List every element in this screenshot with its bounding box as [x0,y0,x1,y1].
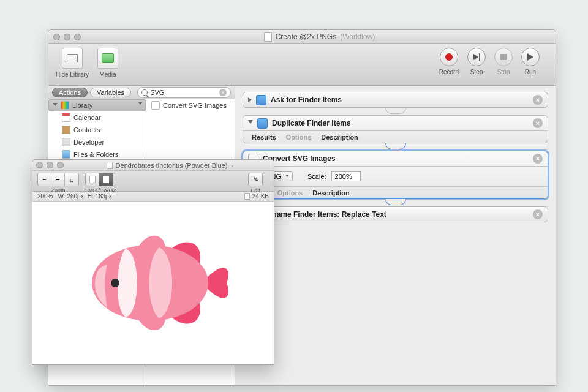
sidebar-item-files-folders[interactable]: Files & Folders [48,148,146,160]
sidebar-item-label: Developer [74,138,104,146]
status-zoom: 200% [37,193,53,200]
hide-library-label: Hide Library [56,71,89,78]
library-root[interactable]: Library [48,99,146,111]
tab-variables[interactable]: Variables [90,88,131,97]
hide-library-button[interactable]: Hide Library [56,48,89,78]
finder-icon [257,118,268,129]
automator-toolbar: Hide Library Media Record Step Stop Run [48,44,556,86]
tab-options[interactable]: Options [286,134,312,141]
status-filesize: 24 KB [252,193,269,200]
magnifier-icon: ⌕ [70,176,74,183]
pencil-icon: ✎ [253,176,258,184]
stop-button[interactable]: Stop [494,48,513,75]
zoom-fit-button[interactable]: ⌕ [65,173,78,186]
record-button[interactable]: Record [439,48,459,75]
zoom-window-button[interactable] [57,162,64,168]
minimize-window-button[interactable] [64,34,70,40]
preview-window: Dendrobates tinctorius (Powder Blue) ⌄ −… [32,159,274,365]
fish-illustration [74,222,233,344]
media-label: Media [97,71,118,78]
status-w-label: W: [58,193,66,200]
edit-button[interactable]: ✎ [249,173,262,186]
status-h-label: H: [88,193,94,200]
clear-search-button[interactable]: × [219,89,227,96]
step-title: Duplicate Finder Items [272,119,351,127]
minimize-window-button[interactable] [47,162,53,168]
sidebar-tabs: Actions Variables SVG × [48,86,235,99]
format-svgz-button[interactable] [99,173,113,186]
tab-options[interactable]: Options [277,189,303,197]
run-button[interactable]: Run [521,48,540,75]
finder-icon [62,150,70,159]
disclosure-open-icon [248,120,253,126]
disclosure-closed-icon [248,97,252,102]
step-connector [385,199,406,205]
step-tabs: Results Options Description [243,130,548,143]
automator-titlebar: Create @2x PNGs (Workflow) [48,30,556,44]
action-label: Convert SVG Images [163,102,227,109]
step-label: Step [467,69,486,75]
preview-toolbar: − + ⌕ Zoom SVG / SVGZ ✎ Edit [32,171,274,192]
chevron-down-icon: ⌄ [230,162,235,168]
workflow-step-convert-svg[interactable]: Convert SVG Images × e: PNG Scale: 200% … [243,151,548,199]
workflow-step-rename-finder[interactable]: Rename Finder Items: Replace Text × [243,206,548,222]
tab-results[interactable]: Results [252,134,276,141]
sidebar-item-developer[interactable]: Developer [48,136,146,148]
step-button[interactable]: Step [467,48,486,75]
search-icon [141,89,148,96]
stop-icon [500,54,507,60]
developer-icon [62,138,70,146]
remove-step-button[interactable]: × [533,95,543,105]
library-label: Library [72,102,93,109]
preview-canvas [32,202,274,364]
stop-label: Stop [494,69,513,75]
zoom-in-button[interactable]: + [51,173,65,186]
finder-icon [256,95,266,105]
remove-step-button[interactable]: × [533,118,543,128]
zoom-out-button[interactable]: − [38,173,51,186]
sidebar-item-label: Calendar [74,114,101,121]
step-icon [473,54,478,60]
sidebar-item-calendar[interactable]: Calendar [48,111,146,124]
sidebar-item-label: Files & Folders [74,151,118,158]
media-icon [102,53,114,63]
traffic-lights [53,34,81,40]
tab-description[interactable]: Description [312,189,350,197]
preview-statusbar: 200% W: 260px H: 163px 24 KB [32,192,274,202]
preview-title-text: Dendrobates tinctorius (Powder Blue) [116,162,228,169]
sidebar-item-contacts[interactable]: Contacts [48,124,146,136]
workflow-step-duplicate-finder[interactable]: Duplicate Finder Items × Results Options… [243,115,548,143]
zoom-window-button[interactable] [74,34,81,40]
preview-titlebar: Dendrobates tinctorius (Powder Blue) ⌄ [32,160,274,171]
format-group: SVG / SVGZ [85,173,116,194]
remove-step-button[interactable]: × [533,154,543,164]
workflow-step-ask-finder[interactable]: Ask for Finder Items × [243,92,548,108]
action-icon [151,101,160,110]
drawer-icon [67,54,78,62]
search-value: SVG [150,89,164,96]
step-body: e: PNG Scale: 200% [243,166,548,186]
workflow-document-icon [264,32,272,42]
step-connector [385,143,406,149]
svg-icon [89,176,96,183]
format-svg-button[interactable] [86,173,99,186]
traffic-lights [36,162,64,168]
search-input[interactable]: SVG × [137,87,231,98]
tab-actions[interactable]: Actions [52,88,88,97]
svgz-icon [103,176,109,183]
media-button[interactable]: Media [97,48,118,78]
workflow-canvas: Ask for Finder Items × Duplicate Finder … [235,86,556,385]
status-width: 260px [67,193,83,200]
action-result[interactable]: Convert SVG Images [146,99,235,111]
close-window-button[interactable] [53,34,60,40]
preview-title[interactable]: Dendrobates tinctorius (Powder Blue) ⌄ [71,162,270,169]
close-window-button[interactable] [36,162,43,168]
disclosure-open-icon [53,103,58,108]
calendar-icon [62,113,70,122]
tab-description[interactable]: Description [321,134,358,141]
record-icon [445,53,453,61]
remove-step-button[interactable]: × [533,209,543,219]
scale-input[interactable]: 200% [331,172,361,181]
document-icon [107,162,113,169]
step-tabs: sults Options Description [243,186,548,198]
